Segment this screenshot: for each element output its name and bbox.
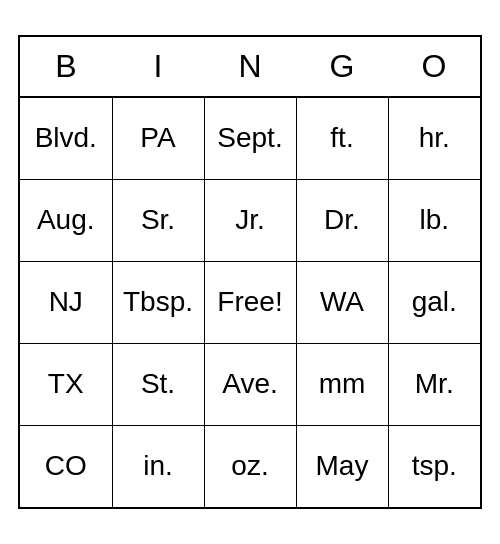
cell-r4-c3: May	[296, 425, 388, 507]
table-row: COin.oz.Maytsp.	[20, 425, 480, 507]
cell-r1-c3: Dr.	[296, 179, 388, 261]
cell-r3-c0: TX	[20, 343, 112, 425]
bingo-table: BINGO Blvd.PASept.ft.hr.Aug.Sr.Jr.Dr.lb.…	[20, 37, 480, 507]
table-row: TXSt.Ave.mmMr.	[20, 343, 480, 425]
cell-r3-c3: mm	[296, 343, 388, 425]
cell-r1-c1: Sr.	[112, 179, 204, 261]
header-cell-i: I	[112, 37, 204, 97]
cell-r3-c1: St.	[112, 343, 204, 425]
cell-r1-c2: Jr.	[204, 179, 296, 261]
cell-r4-c1: in.	[112, 425, 204, 507]
cell-r2-c2: Free!	[204, 261, 296, 343]
header-row: BINGO	[20, 37, 480, 97]
header-cell-g: G	[296, 37, 388, 97]
cell-r2-c1: Tbsp.	[112, 261, 204, 343]
cell-r3-c2: Ave.	[204, 343, 296, 425]
cell-r0-c3: ft.	[296, 97, 388, 179]
header-cell-n: N	[204, 37, 296, 97]
cell-r2-c0: NJ	[20, 261, 112, 343]
cell-r4-c2: oz.	[204, 425, 296, 507]
cell-r2-c3: WA	[296, 261, 388, 343]
table-row: Blvd.PASept.ft.hr.	[20, 97, 480, 179]
table-row: Aug.Sr.Jr.Dr.lb.	[20, 179, 480, 261]
cell-r4-c4: tsp.	[388, 425, 480, 507]
cell-r0-c1: PA	[112, 97, 204, 179]
bingo-card: BINGO Blvd.PASept.ft.hr.Aug.Sr.Jr.Dr.lb.…	[18, 35, 482, 509]
cell-r4-c0: CO	[20, 425, 112, 507]
cell-r3-c4: Mr.	[388, 343, 480, 425]
cell-r0-c0: Blvd.	[20, 97, 112, 179]
table-row: NJTbsp.Free!WAgal.	[20, 261, 480, 343]
cell-r2-c4: gal.	[388, 261, 480, 343]
cell-r1-c4: lb.	[388, 179, 480, 261]
cell-r0-c4: hr.	[388, 97, 480, 179]
header-cell-o: O	[388, 37, 480, 97]
cell-r1-c0: Aug.	[20, 179, 112, 261]
header-cell-b: B	[20, 37, 112, 97]
cell-r0-c2: Sept.	[204, 97, 296, 179]
